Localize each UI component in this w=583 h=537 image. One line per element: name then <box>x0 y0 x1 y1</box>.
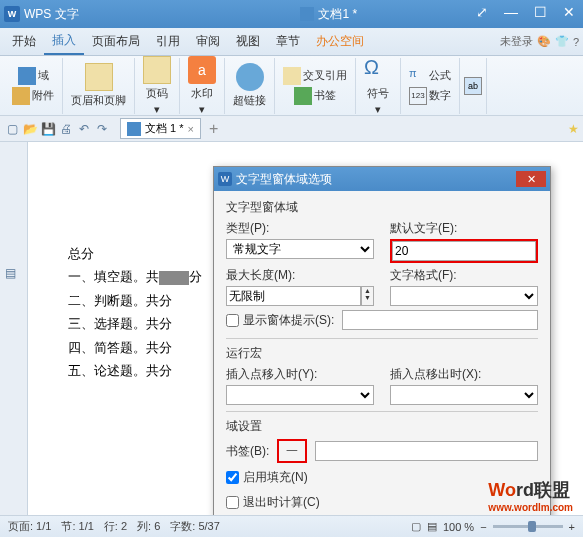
status-chars: 字数: 5/37 <box>170 519 220 534</box>
type-select[interactable]: 常规文字 <box>226 239 374 259</box>
panel-icon[interactable]: ▤ <box>5 266 23 284</box>
help-icon[interactable]: ? <box>573 36 579 48</box>
bookmark-button[interactable]: 书签 <box>290 86 340 106</box>
macro-exit-label: 插入点移出时(X): <box>390 366 538 383</box>
calc-on-exit-checkbox[interactable] <box>226 496 239 509</box>
zoom-in-button[interactable]: + <box>569 521 575 533</box>
calc-on-exit-label: 退出时计算(C) <box>243 494 320 511</box>
doc-tab-title: 文档 1 * <box>145 121 184 136</box>
doc-icon <box>127 122 141 136</box>
doc-title-center: 文档1 * <box>300 6 357 23</box>
tab-start[interactable]: 开始 <box>4 29 44 54</box>
bookmark-highlight: 一 <box>277 439 307 463</box>
title-bar: W WPS 文字 文档1 * ⤢ — ☐ ✕ <box>0 0 583 28</box>
form-field-highlight <box>159 271 189 285</box>
equation-button[interactable]: π公式 <box>405 66 455 86</box>
window-buttons: ⤢ — ☐ ✕ <box>472 4 579 20</box>
view-icon[interactable]: ▢ <box>411 520 421 533</box>
skin-icon[interactable]: 🎨 <box>537 35 551 48</box>
bookmark-value-box: 一 <box>279 441 305 461</box>
zoom-slider[interactable] <box>493 525 563 528</box>
section-macro: 运行宏 <box>226 345 538 362</box>
show-prompt-checkbox[interactable] <box>226 314 239 327</box>
format-label: 文字格式(F): <box>390 267 538 284</box>
login-status[interactable]: 未登录 <box>500 34 533 49</box>
section-field-settings: 域设置 <box>226 418 538 435</box>
undo-icon[interactable]: ↶ <box>76 121 92 137</box>
type-label: 类型(P): <box>226 220 374 237</box>
cross-reference-button[interactable]: 交叉引用 <box>279 66 351 86</box>
section-text-form-field: 文字型窗体域 <box>226 199 538 216</box>
dialog-icon: W <box>218 172 232 186</box>
dialog-close-button[interactable]: ✕ <box>516 171 546 187</box>
new-icon[interactable]: ▢ <box>4 121 20 137</box>
symbol-button[interactable]: Ω符号 ▾ <box>360 54 396 118</box>
macro-exit-select[interactable] <box>390 385 538 405</box>
side-panel: ▤ <box>0 142 28 522</box>
open-icon[interactable]: 📂 <box>22 121 38 137</box>
watermark-button[interactable]: a水印 ▾ <box>184 54 220 118</box>
bookmark-input[interactable] <box>315 441 538 461</box>
field-button[interactable]: 域 <box>14 66 53 86</box>
default-text-label: 默认文字(E): <box>390 220 538 237</box>
maxlen-label: 最大长度(M): <box>226 267 374 284</box>
favorite-icon[interactable]: ★ <box>568 122 579 136</box>
expand-icon[interactable]: ⤢ <box>472 4 492 20</box>
tab-office-space[interactable]: 办公空间 <box>308 29 372 54</box>
spin-down-icon[interactable]: ▼ <box>362 294 373 301</box>
default-text-input[interactable] <box>392 241 536 261</box>
menu-bar: 开始 插入 页面布局 引用 审阅 视图 章节 办公空间 未登录 🎨 👕 ? <box>0 28 583 56</box>
hyperlink-button[interactable]: 超链接 <box>229 61 270 110</box>
tab-reference[interactable]: 引用 <box>148 29 188 54</box>
header-footer-button[interactable]: 页眉和页脚 <box>67 61 130 110</box>
redo-icon[interactable]: ↷ <box>94 121 110 137</box>
show-prompt-label: 显示窗体提示(S): <box>243 312 334 329</box>
status-row: 行: 2 <box>104 519 127 534</box>
minimize-button[interactable]: — <box>500 4 522 20</box>
form-textbox-icon[interactable]: ab <box>464 77 482 95</box>
print-icon[interactable]: 🖨 <box>58 121 74 137</box>
document-tab-bar: ▢ 📂 💾 🖨 ↶ ↷ 文档 1 * × + ★ <box>0 116 583 142</box>
shirt-icon[interactable]: 👕 <box>555 35 569 48</box>
bookmark-label: 书签(B): <box>226 443 269 460</box>
tab-page-layout[interactable]: 页面布局 <box>84 29 148 54</box>
format-select[interactable] <box>390 286 538 306</box>
save-icon[interactable]: 💾 <box>40 121 56 137</box>
maximize-button[interactable]: ☐ <box>530 4 551 20</box>
enable-fill-checkbox[interactable] <box>226 471 239 484</box>
status-section: 节: 1/1 <box>61 519 93 534</box>
maxlen-input[interactable] <box>226 286 361 306</box>
document-tab[interactable]: 文档 1 * × <box>120 118 201 139</box>
spin-up-icon[interactable]: ▲ <box>362 287 373 294</box>
tab-close-icon[interactable]: × <box>188 123 194 135</box>
show-prompt-input[interactable] <box>342 310 538 330</box>
tab-review[interactable]: 审阅 <box>188 29 228 54</box>
attachment-button[interactable]: 附件 <box>8 86 58 106</box>
ribbon: 域 附件 页眉和页脚 页码 ▾ a水印 ▾ 超链接 交叉引用 书签 Ω符号 ▾ … <box>0 56 583 116</box>
dialog-titlebar[interactable]: W 文字型窗体域选项 ✕ <box>214 167 550 191</box>
page-number-button[interactable]: 页码 ▾ <box>139 54 175 118</box>
status-page: 页面: 1/1 <box>8 519 51 534</box>
dialog-title: 文字型窗体域选项 <box>236 171 332 188</box>
status-col: 列: 6 <box>137 519 160 534</box>
tab-insert[interactable]: 插入 <box>44 28 84 55</box>
close-button[interactable]: ✕ <box>559 4 579 20</box>
tab-view[interactable]: 视图 <box>228 29 268 54</box>
app-icon: W <box>4 6 20 22</box>
view-icon-2[interactable]: ▤ <box>427 520 437 533</box>
macro-entry-label: 插入点移入时(Y): <box>226 366 374 383</box>
doc-icon <box>300 7 314 21</box>
new-tab-button[interactable]: + <box>209 120 218 138</box>
tab-chapter[interactable]: 章节 <box>268 29 308 54</box>
macro-entry-select[interactable] <box>226 385 374 405</box>
watermark: Word联盟 www.wordlm.com <box>488 478 573 513</box>
enable-fill-label: 启用填充(N) <box>243 469 308 486</box>
app-title: WPS 文字 <box>24 6 79 23</box>
default-text-highlight <box>390 239 538 263</box>
doc-name: 文档1 * <box>318 6 357 23</box>
zoom-value: 100 % <box>443 521 474 533</box>
status-bar: 页面: 1/1 节: 1/1 行: 2 列: 6 字数: 5/37 ▢ ▤ 10… <box>0 515 583 537</box>
number-button[interactable]: 123数字 <box>405 86 455 106</box>
zoom-out-button[interactable]: − <box>480 521 486 533</box>
